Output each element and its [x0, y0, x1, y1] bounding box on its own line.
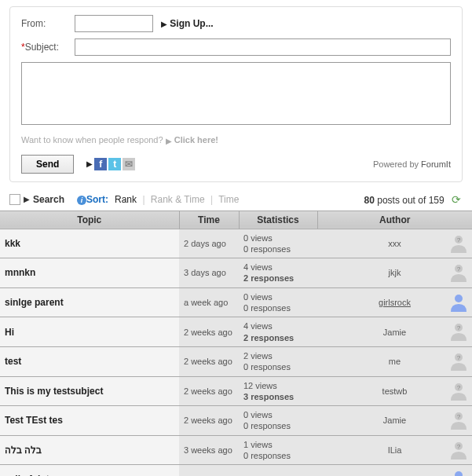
message-textarea[interactable]	[21, 62, 451, 125]
topic-cell[interactable]: test	[0, 346, 179, 376]
avatar-icon: ?	[448, 262, 469, 282]
mail-icon[interactable]: ✉	[123, 158, 135, 170]
subject-input[interactable]	[75, 38, 451, 56]
topic-cell[interactable]: mnnkn	[0, 258, 179, 288]
svg-point-15	[455, 471, 463, 476]
topic-cell[interactable]: בלה בלה	[0, 435, 179, 465]
stats-cell: 0 views0 responses	[239, 406, 317, 436]
topic-cell[interactable]: sinlge parent	[0, 287, 179, 317]
topics-table: Topic Time Statistics Author kkk2 days a…	[0, 211, 472, 476]
arrow-right-icon: ▶	[161, 20, 167, 28]
header-author[interactable]: Author	[317, 211, 472, 229]
info-icon: i	[77, 196, 86, 205]
svg-text:?: ?	[457, 384, 461, 391]
time-cell: 3 days ago	[179, 258, 239, 288]
signup-link[interactable]: ▶ Sign Up...	[161, 18, 214, 29]
post-count: 80 posts out of 159 ⟳	[364, 193, 463, 206]
forumit-link[interactable]: ForumIt	[421, 159, 451, 169]
table-row[interactable]: Hi2 weeks ago4 views2 responsesJamie?	[0, 317, 472, 347]
author-cell[interactable]: americasfavorite	[317, 465, 472, 476]
search-icon[interactable]	[9, 194, 20, 205]
table-row[interactable]: test2 weeks ago2 views0 responsesme?	[0, 346, 472, 376]
stats-cell: 2 views0 responses	[239, 346, 317, 376]
avatar-icon: ?	[448, 380, 469, 401]
author-cell[interactable]: jkjk?	[317, 258, 472, 288]
avatar-icon: ?	[448, 350, 469, 371]
svg-text:?: ?	[457, 443, 461, 450]
time-cell: 2 days ago	[179, 229, 239, 258]
svg-text:?: ?	[457, 265, 461, 273]
toolbar: ▶ Search iSort: Rank | Rank & Time | Tim…	[0, 189, 472, 211]
arrow-right-icon: ▶	[24, 195, 30, 203]
topic-cell[interactable]: Test TEst tes	[0, 406, 179, 436]
author-cell[interactable]: testwb?	[317, 376, 472, 406]
time-cell: 3 weeks ago	[179, 465, 239, 476]
author-cell[interactable]: ILia?	[317, 435, 472, 465]
author-cell[interactable]: Jamie?	[317, 406, 472, 436]
stats-cell: 4 views	[239, 465, 317, 476]
table-row[interactable]: kkk2 days ago0 views0 responsesxxx?	[0, 229, 472, 258]
sort-toggle[interactable]: iSort:	[77, 194, 108, 205]
powered-by: Powered by ForumIt	[373, 159, 451, 169]
topic-cell[interactable]: Hi	[0, 317, 179, 347]
header-time[interactable]: Time	[179, 211, 239, 229]
svg-text:?: ?	[457, 413, 461, 420]
header-stats[interactable]: Statistics	[239, 211, 317, 229]
from-label: From:	[21, 18, 75, 29]
stats-cell: 0 views0 responses	[239, 287, 317, 317]
avatar-icon: ?	[448, 409, 469, 430]
stats-cell: 0 views0 responses	[239, 229, 317, 258]
time-cell: 2 weeks ago	[179, 317, 239, 347]
table-row[interactable]: This is my testsubject2 weeks ago12 view…	[0, 376, 472, 406]
avatar-icon	[448, 468, 469, 476]
avatar-icon: ?	[448, 320, 469, 341]
time-cell: 2 weeks ago	[179, 346, 239, 376]
topic-cell[interactable]: This is my testsubject	[0, 376, 179, 406]
compose-form: From: ▶ Sign Up... *Subject: Want to kno…	[9, 6, 463, 182]
from-input[interactable]	[75, 15, 153, 32]
time-cell: 2 weeks ago	[179, 406, 239, 436]
svg-text:?: ?	[457, 324, 461, 331]
time-cell: 3 weeks ago	[179, 435, 239, 465]
header-topic[interactable]: Topic	[0, 211, 179, 229]
notify-link[interactable]: Want to know when people respond? ▶ Clic…	[21, 135, 451, 145]
stats-cell: 4 views2 responses	[239, 258, 317, 288]
twitter-icon[interactable]: t	[108, 158, 121, 170]
arrow-right-icon: ▶	[86, 159, 93, 168]
facebook-icon[interactable]: f	[94, 158, 107, 170]
avatar-icon	[448, 291, 469, 312]
table-row[interactable]: בלה בלה3 weeks ago1 views0 responsesILia…	[0, 435, 472, 465]
topic-cell[interactable]: kkk	[0, 229, 179, 258]
author-cell[interactable]: Jamie?	[317, 317, 472, 347]
svg-text:?: ?	[457, 236, 461, 243]
send-button[interactable]: Send	[21, 155, 74, 174]
avatar-icon: ?	[448, 233, 469, 253]
sort-ranktime[interactable]: Rank & Time	[151, 194, 205, 205]
sort-rank[interactable]: Rank	[115, 194, 137, 205]
svg-point-4	[455, 295, 463, 302]
refresh-icon[interactable]: ⟳	[452, 193, 463, 204]
svg-text:?: ?	[457, 354, 461, 361]
search-button[interactable]: Search	[33, 194, 64, 205]
stats-cell: 4 views2 responses	[239, 317, 317, 347]
sort-time[interactable]: Time	[218, 194, 239, 205]
subject-label: *Subject:	[21, 42, 75, 53]
table-row[interactable]: call of duty3 weeks ago4 viewsamericasfa…	[0, 465, 472, 476]
table-row[interactable]: mnnkn3 days ago4 views2 responsesjkjk?	[0, 258, 472, 288]
time-cell: 2 weeks ago	[179, 376, 239, 406]
author-cell[interactable]: me?	[317, 346, 472, 376]
author-cell[interactable]: xxx?	[317, 229, 472, 258]
topic-cell[interactable]: call of duty	[0, 465, 179, 476]
stats-cell: 12 views3 responses	[239, 376, 317, 406]
author-cell[interactable]: girlsrock	[317, 287, 472, 317]
avatar-icon: ?	[448, 439, 469, 460]
time-cell: a week ago	[179, 287, 239, 317]
stats-cell: 1 views0 responses	[239, 435, 317, 465]
table-row[interactable]: Test TEst tes2 weeks ago0 views0 respons…	[0, 406, 472, 436]
arrow-right-icon: ▶	[166, 137, 172, 145]
table-row[interactable]: sinlge parenta week ago0 views0 response…	[0, 287, 472, 317]
